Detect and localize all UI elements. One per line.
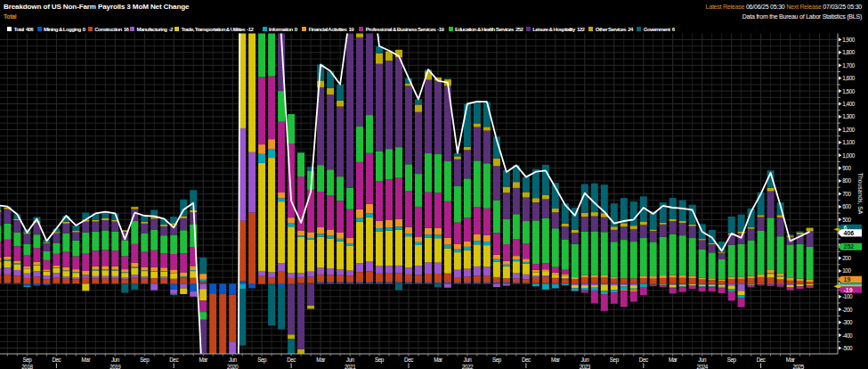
svg-text:2019: 2019 — [110, 364, 121, 369]
svg-text:Thousands, SA: Thousands, SA — [857, 173, 864, 215]
svg-text:Dec: Dec — [52, 357, 61, 363]
svg-text:100: 100 — [842, 267, 851, 274]
svg-text:1,100: 1,100 — [842, 139, 856, 145]
svg-text:1,500: 1,500 — [842, 88, 856, 94]
svg-text:Dec: Dec — [522, 357, 531, 363]
svg-text:1,200: 1,200 — [842, 127, 856, 133]
svg-text:600: 600 — [842, 203, 851, 209]
svg-text:19: 19 — [844, 276, 851, 283]
svg-text:2021: 2021 — [345, 364, 356, 369]
svg-text:Dec: Dec — [404, 357, 413, 363]
svg-text:2025: 2025 — [792, 364, 804, 369]
svg-text:2020: 2020 — [227, 364, 239, 369]
svg-text:Jun: Jun — [580, 357, 589, 363]
svg-text:1,600: 1,600 — [842, 75, 856, 81]
svg-text:900: 900 — [842, 165, 851, 171]
svg-text:Mar: Mar — [199, 357, 207, 363]
svg-text:Jun: Jun — [229, 357, 238, 363]
svg-text:Sep: Sep — [140, 357, 150, 364]
svg-text:Sep: Sep — [375, 357, 385, 364]
svg-text:1,300: 1,300 — [842, 113, 856, 119]
svg-text:1,700: 1,700 — [842, 62, 856, 69]
svg-text:Sep: Sep — [727, 357, 737, 364]
svg-text:252: 252 — [844, 243, 855, 250]
svg-text:700: 700 — [842, 191, 851, 197]
svg-text:Sep: Sep — [610, 357, 620, 364]
svg-text:800: 800 — [842, 177, 851, 184]
svg-text:Mar: Mar — [551, 357, 560, 363]
svg-text:2022: 2022 — [462, 364, 474, 369]
svg-text:-300: -300 — [842, 319, 853, 325]
svg-text:Mar: Mar — [786, 357, 795, 363]
svg-text:Mar: Mar — [316, 357, 325, 363]
svg-text:2023: 2023 — [580, 364, 591, 369]
svg-text:Jun: Jun — [111, 357, 120, 363]
svg-text:1,000: 1,000 — [842, 152, 856, 159]
svg-text:Dec: Dec — [757, 357, 766, 363]
svg-text:Jun: Jun — [698, 357, 707, 363]
svg-text:Sep: Sep — [257, 357, 267, 364]
svg-text:Mar: Mar — [82, 357, 91, 363]
svg-text:-500: -500 — [842, 345, 853, 351]
svg-text:Sep: Sep — [492, 357, 502, 364]
svg-text:Dec: Dec — [639, 357, 648, 363]
svg-text:Dec: Dec — [287, 357, 296, 363]
svg-text:1,800: 1,800 — [842, 49, 856, 55]
svg-text:-400: -400 — [842, 332, 853, 339]
svg-text:1,400: 1,400 — [842, 101, 856, 107]
svg-text:-100: -100 — [842, 293, 853, 299]
svg-text:200: 200 — [842, 255, 851, 261]
svg-text:-200: -200 — [842, 307, 853, 313]
svg-text:406: 406 — [844, 230, 855, 236]
svg-text:Jun: Jun — [346, 357, 355, 363]
svg-text:2018: 2018 — [21, 364, 33, 369]
svg-text:Mar: Mar — [434, 357, 442, 363]
svg-text:-19: -19 — [844, 287, 853, 293]
svg-text:500: 500 — [842, 217, 851, 223]
svg-text:1,900: 1,900 — [842, 37, 856, 43]
svg-text:Dec: Dec — [169, 357, 178, 363]
svg-text:2024: 2024 — [697, 364, 709, 369]
svg-text:Jun: Jun — [463, 357, 472, 363]
svg-text:Mar: Mar — [669, 357, 677, 363]
